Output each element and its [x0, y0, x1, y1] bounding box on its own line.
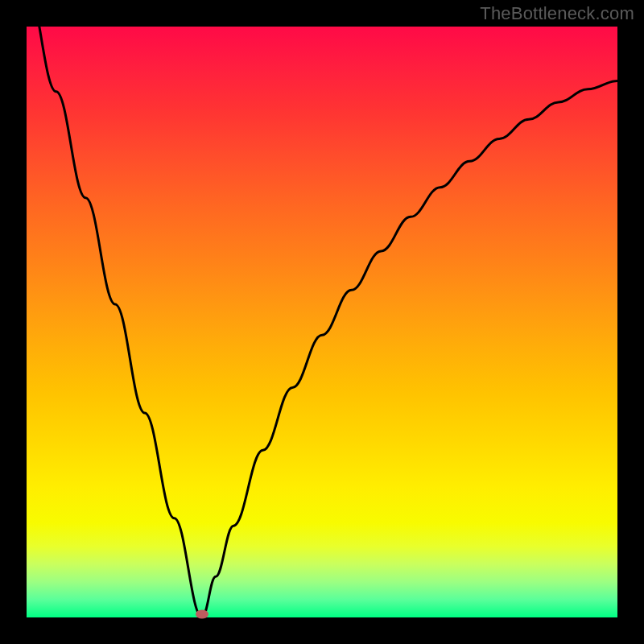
bottleneck-curve	[27, 27, 617, 617]
minimum-marker	[196, 610, 208, 619]
curve-svg	[27, 27, 617, 617]
watermark-text: TheBottleneck.com	[480, 3, 634, 24]
chart-plot-area	[27, 27, 617, 617]
